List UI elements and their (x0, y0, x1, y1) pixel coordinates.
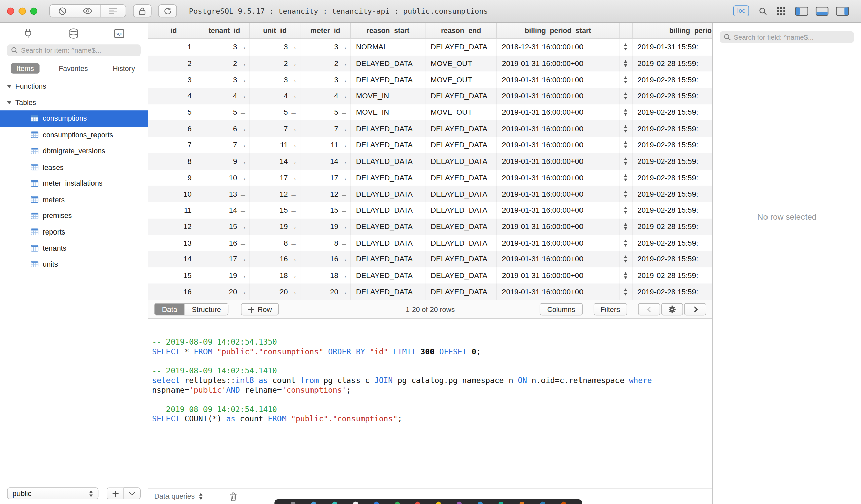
fk-arrow-icon[interactable]: → (240, 288, 247, 296)
cell-tenant-id[interactable]: 3→ (200, 72, 250, 88)
cell-datetime-stepper[interactable] (619, 55, 633, 71)
cell-reason-end[interactable]: DELAYED_DATA (425, 268, 497, 284)
cell-datetime-stepper[interactable] (619, 88, 633, 104)
log-button[interactable] (100, 5, 126, 17)
cell-reason-start[interactable]: DELAYED_DATA (351, 169, 425, 186)
cell-meter-id[interactable]: 4→ (300, 88, 351, 104)
fk-arrow-icon[interactable]: → (340, 288, 347, 296)
table-row[interactable]: 1316→8→8→DELAYED_DATADELAYED_DATA2019-01… (148, 235, 712, 251)
stepper-icon[interactable] (623, 141, 628, 149)
stepper-icon[interactable] (623, 206, 628, 214)
cell-reason-end[interactable]: DELAYED_DATA (425, 218, 497, 234)
cell-unit-id[interactable]: 18→ (250, 268, 300, 284)
schema-select[interactable]: public (7, 487, 98, 499)
cell-billing-period-end[interactable]: 2019-02-28 15:59: (633, 186, 712, 202)
cell-datetime-stepper[interactable] (619, 169, 633, 186)
fk-arrow-icon[interactable]: → (290, 288, 297, 296)
fk-arrow-icon[interactable]: → (290, 190, 297, 198)
cell-reason-start[interactable]: MOVE_IN (351, 88, 425, 104)
fk-arrow-icon[interactable]: → (340, 190, 347, 198)
cell-datetime-stepper[interactable] (619, 268, 633, 284)
cell-billing-period-end[interactable]: 2019-02-28 15:59: (633, 137, 712, 153)
cell-id[interactable]: 6 (148, 121, 200, 137)
stepper-icon[interactable] (623, 43, 628, 51)
fk-arrow-icon[interactable]: → (340, 272, 347, 280)
cell-meter-id[interactable]: 19→ (300, 218, 351, 234)
cell-reason-start[interactable]: DELAYED_DATA (351, 186, 425, 202)
cell-unit-id[interactable]: 16→ (250, 251, 300, 267)
fk-arrow-icon[interactable]: → (240, 108, 247, 117)
stepper-icon[interactable] (623, 255, 628, 263)
fk-arrow-icon[interactable]: → (240, 255, 247, 263)
tab-favorites[interactable]: Favorites (53, 63, 94, 74)
cell-reason-end[interactable]: DELAYED_DATA (425, 121, 497, 137)
cell-tenant-id[interactable]: 20→ (200, 284, 250, 300)
cell-tenant-id[interactable]: 9→ (200, 153, 250, 169)
column-header-billing-period-start[interactable]: billing_period_start (497, 23, 619, 38)
dock-app-icon[interactable] (520, 501, 525, 504)
preview-button[interactable] (75, 5, 100, 17)
cell-billing-period-start[interactable]: 2019-01-31 16:00:00+00 (497, 121, 619, 137)
sidebar-table-reports[interactable]: reports (0, 224, 148, 240)
cell-id[interactable]: 1 (148, 39, 200, 55)
table-settings-button[interactable] (661, 303, 683, 315)
cell-billing-period-start[interactable]: 2019-01-31 16:00:00+00 (497, 55, 619, 71)
cell-unit-id[interactable]: 15→ (250, 202, 300, 218)
cell-datetime-stepper[interactable] (619, 202, 633, 218)
tab-history[interactable]: History (107, 63, 140, 74)
sidebar-table-units[interactable]: units (0, 256, 148, 273)
cell-datetime-stepper[interactable] (619, 39, 633, 55)
cell-tenant-id[interactable]: 17→ (200, 251, 250, 267)
fk-arrow-icon[interactable]: → (240, 222, 247, 230)
table-row[interactable]: 13→3→3→NORMALDELAYED_DATA2018-12-31 16:0… (148, 39, 712, 55)
table-row[interactable]: 910→17→17→DELAYED_DATADELAYED_DATA2019-0… (148, 169, 712, 186)
stepper-icon[interactable] (623, 92, 628, 100)
column-header-unit-id[interactable]: unit_id (250, 23, 300, 38)
cell-billing-period-start[interactable]: 2019-01-31 16:00:00+00 (497, 186, 619, 202)
fk-arrow-icon[interactable]: → (340, 59, 347, 67)
column-header-reason-end[interactable]: reason_end (425, 23, 497, 38)
cell-billing-period-end[interactable]: 2019-02-28 15:59: (633, 153, 712, 169)
cell-datetime-stepper[interactable] (619, 235, 633, 251)
next-page-button[interactable] (684, 303, 706, 315)
stepper-icon[interactable] (623, 288, 628, 296)
cell-reason-end[interactable]: DELAYED_DATA (425, 137, 497, 153)
cell-meter-id[interactable]: 8→ (300, 235, 351, 251)
dock-app-icon[interactable] (353, 501, 358, 504)
cell-billing-period-end[interactable]: 2019-02-28 15:59: (633, 104, 712, 121)
cell-unit-id[interactable]: 5→ (250, 104, 300, 121)
cell-datetime-stepper[interactable] (619, 218, 633, 234)
table-row[interactable]: 33→3→3→DELAYED_DATAMOVE_OUT2019-01-31 16… (148, 72, 712, 88)
cell-billing-period-start[interactable]: 2019-01-31 16:00:00+00 (497, 137, 619, 153)
table-row[interactable]: 55→5→5→MOVE_INMOVE_OUT2019-01-31 16:00:0… (148, 104, 712, 121)
fk-arrow-icon[interactable]: → (340, 124, 347, 133)
cell-meter-id[interactable]: 12→ (300, 186, 351, 202)
cell-meter-id[interactable]: 14→ (300, 153, 351, 169)
toggle-bottom-panel-button[interactable] (816, 6, 829, 16)
tab-items[interactable]: Items (11, 63, 40, 74)
cell-billing-period-end[interactable]: 2019-02-28 15:59: (633, 218, 712, 234)
fk-arrow-icon[interactable]: → (290, 108, 297, 117)
cell-tenant-id[interactable]: 7→ (200, 137, 250, 153)
cell-reason-start[interactable]: DELAYED_DATA (351, 284, 425, 300)
table-row[interactable]: 1417→16→16→DELAYED_DATADELAYED_DATA2019-… (148, 251, 712, 267)
sidebar-table-premises[interactable]: premises (0, 208, 148, 224)
cell-meter-id[interactable]: 2→ (300, 55, 351, 71)
sidebar-table-dbmigrate_versions[interactable]: dbmigrate_versions (0, 143, 148, 159)
table-row[interactable]: 1114→15→15→DELAYED_DATADELAYED_DATA2019-… (148, 202, 712, 218)
sql-queries-icon[interactable]: SQL (114, 28, 125, 39)
lock-button[interactable] (133, 4, 152, 17)
cell-id[interactable]: 12 (148, 218, 200, 234)
cell-billing-period-start[interactable]: 2019-01-31 16:00:00+00 (497, 169, 619, 186)
stepper-icon[interactable] (623, 124, 628, 133)
cell-billing-period-start[interactable]: 2019-01-31 16:00:00+00 (497, 218, 619, 234)
cell-datetime-stepper[interactable] (619, 284, 633, 300)
cell-tenant-id[interactable]: 14→ (200, 202, 250, 218)
cell-id[interactable]: 2 (148, 55, 200, 71)
fk-arrow-icon[interactable]: → (240, 157, 247, 165)
dock-app-icon[interactable] (374, 501, 379, 504)
cell-reason-start[interactable]: DELAYED_DATA (351, 202, 425, 218)
table-row[interactable]: 1620→20→20→DELAYED_DATADELAYED_DATA2019-… (148, 284, 712, 300)
fk-arrow-icon[interactable]: → (290, 76, 297, 84)
stepper-icon[interactable] (623, 222, 628, 230)
